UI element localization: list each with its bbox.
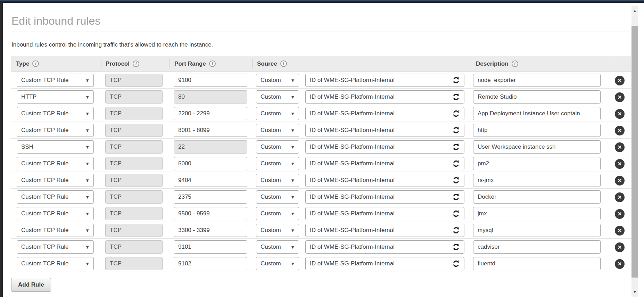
refresh-icon[interactable]	[452, 143, 460, 151]
source-type-select[interactable]: Custom ▼	[256, 224, 299, 237]
source-input[interactable]: ID of WME-SG-Platform-Internal	[305, 224, 464, 237]
delete-rule-button[interactable]: ✕	[615, 192, 625, 202]
type-select[interactable]: Custom TCP Rule ▼	[17, 257, 94, 270]
source-input[interactable]: ID of WME-SG-Platform-Internal	[305, 124, 464, 137]
refresh-icon[interactable]	[452, 76, 460, 84]
description-input[interactable]: mysql	[473, 224, 601, 237]
source-type-select[interactable]: Custom ▼	[256, 240, 299, 254]
info-icon[interactable]: i	[512, 60, 518, 67]
port-range-input[interactable]: 5000	[174, 157, 247, 170]
delete-rule-button[interactable]: ✕	[615, 159, 625, 169]
refresh-icon[interactable]	[452, 260, 460, 267]
description-input[interactable]: App Deployment Instance User contain…	[473, 107, 601, 120]
type-select[interactable]: Custom TCP Rule ▼	[17, 224, 94, 237]
vertical-scrollbar[interactable]: ▲ ▼	[631, 6, 638, 297]
scroll-up-button[interactable]: ▲	[631, 6, 638, 16]
refresh-icon[interactable]	[452, 110, 460, 117]
type-select[interactable]: Custom TCP Rule ▼	[17, 190, 94, 204]
info-icon[interactable]: i	[133, 60, 139, 67]
delete-rule-button[interactable]: ✕	[615, 109, 625, 119]
port-range-input[interactable]: 2375	[174, 190, 247, 204]
port-range-input[interactable]: 3300 - 3399	[174, 224, 247, 237]
refresh-icon[interactable]	[452, 226, 460, 234]
type-select-value: Custom TCP Rule	[21, 257, 68, 270]
delete-rule-button[interactable]: ✕	[615, 126, 625, 135]
port-range-input[interactable]: 9102	[174, 257, 247, 270]
port-range-input[interactable]: 9101	[174, 240, 247, 254]
refresh-icon[interactable]	[452, 193, 460, 201]
port-range-input[interactable]: 9100	[174, 74, 247, 87]
info-icon[interactable]: i	[209, 60, 216, 67]
source-input[interactable]: ID of WME-SG-Platform-Internal	[305, 107, 464, 120]
browser-top-edge	[0, 0, 644, 3]
delete-rule-button[interactable]: ✕	[615, 176, 625, 185]
delete-rule-button[interactable]: ✕	[615, 76, 625, 85]
source-input[interactable]: ID of WME-SG-Platform-Internal	[305, 174, 464, 187]
port-range-input[interactable]: 2200 - 2299	[174, 107, 247, 120]
source-type-select[interactable]: Custom ▼	[256, 190, 299, 204]
source-type-select[interactable]: Custom ▼	[256, 74, 299, 87]
source-value: ID of WME-SG-Platform-Internal	[310, 124, 449, 137]
description-input[interactable]: node_exporter	[473, 74, 601, 87]
scrollbar-thumb[interactable]	[631, 26, 638, 278]
delete-rule-button[interactable]: ✕	[615, 259, 625, 269]
refresh-icon[interactable]	[452, 93, 460, 101]
source-input[interactable]: ID of WME-SG-Platform-Internal	[305, 240, 464, 254]
source-input[interactable]: ID of WME-SG-Platform-Internal	[305, 257, 464, 270]
description-input[interactable]: jmx	[473, 207, 601, 220]
port-range-input[interactable]: 9404	[174, 174, 247, 187]
source-type-select[interactable]: Custom ▼	[256, 90, 299, 104]
type-select[interactable]: Custom TCP Rule ▼	[17, 124, 94, 137]
refresh-icon[interactable]	[452, 210, 460, 217]
refresh-icon[interactable]	[452, 243, 460, 251]
refresh-icon[interactable]	[452, 126, 460, 134]
source-input[interactable]: ID of WME-SG-Platform-Internal	[305, 74, 464, 87]
source-input[interactable]: ID of WME-SG-Platform-Internal	[305, 140, 464, 154]
description-input[interactable]: cadvisor	[473, 240, 601, 254]
delete-rule-button[interactable]: ✕	[615, 226, 625, 236]
delete-rule-button[interactable]: ✕	[615, 242, 625, 252]
info-icon[interactable]: i	[280, 60, 287, 67]
description-input[interactable]: pm2	[473, 157, 601, 170]
source-input[interactable]: ID of WME-SG-Platform-Internal	[305, 157, 464, 170]
description-input[interactable]: fluentd	[473, 257, 601, 270]
description-input[interactable]: Remote Studio	[473, 90, 601, 104]
source-type-select[interactable]: Custom ▼	[256, 174, 299, 187]
header-divider	[610, 59, 610, 68]
type-select[interactable]: Custom TCP Rule ▼	[17, 240, 94, 254]
delete-rule-button[interactable]: ✕	[615, 142, 625, 152]
port-range-input[interactable]: 9500 - 9599	[174, 207, 247, 220]
description-input[interactable]: rs-jmx	[473, 174, 601, 187]
refresh-icon[interactable]	[452, 176, 460, 184]
type-select[interactable]: HTTP ▼	[17, 90, 94, 104]
description-input[interactable]: Docker	[473, 190, 601, 204]
source-type-select[interactable]: Custom ▼	[256, 107, 299, 120]
description-input[interactable]: http	[473, 124, 601, 137]
description-input[interactable]: User Workspace instance ssh	[473, 140, 601, 154]
source-type-select[interactable]: Custom ▼	[256, 157, 299, 170]
add-rule-button[interactable]: Add Rule	[11, 278, 51, 292]
port-range-input[interactable]: 8001 - 8099	[174, 124, 247, 137]
source-type-select[interactable]: Custom ▼	[256, 257, 299, 270]
source-type-select[interactable]: Custom ▼	[256, 207, 299, 220]
source-type-select[interactable]: Custom ▼	[256, 124, 299, 137]
source-input[interactable]: ID of WME-SG-Platform-Internal	[305, 90, 464, 104]
type-select[interactable]: Custom TCP Rule ▼	[17, 157, 94, 170]
delete-x-icon: ✕	[618, 94, 622, 100]
type-select[interactable]: Custom TCP Rule ▼	[17, 74, 94, 87]
type-select-value: Custom TCP Rule	[21, 107, 68, 120]
delete-rule-button[interactable]: ✕	[615, 209, 625, 219]
type-select[interactable]: Custom TCP Rule ▼	[17, 107, 94, 120]
delete-rule-button[interactable]: ✕	[615, 92, 625, 102]
source-input[interactable]: ID of WME-SG-Platform-Internal	[305, 207, 464, 220]
source-input[interactable]: ID of WME-SG-Platform-Internal	[305, 190, 464, 204]
scroll-down-button[interactable]: ▼	[631, 287, 638, 297]
refresh-icon[interactable]	[452, 160, 460, 167]
chevron-down-icon: ▼	[290, 228, 295, 233]
type-select[interactable]: Custom TCP Rule ▼	[17, 207, 94, 220]
type-select[interactable]: SSH ▼	[17, 140, 94, 154]
delete-x-icon: ✕	[618, 194, 622, 200]
type-select[interactable]: Custom TCP Rule ▼	[17, 174, 94, 187]
info-icon[interactable]: i	[32, 60, 39, 67]
source-type-select[interactable]: Custom ▼	[256, 140, 299, 154]
